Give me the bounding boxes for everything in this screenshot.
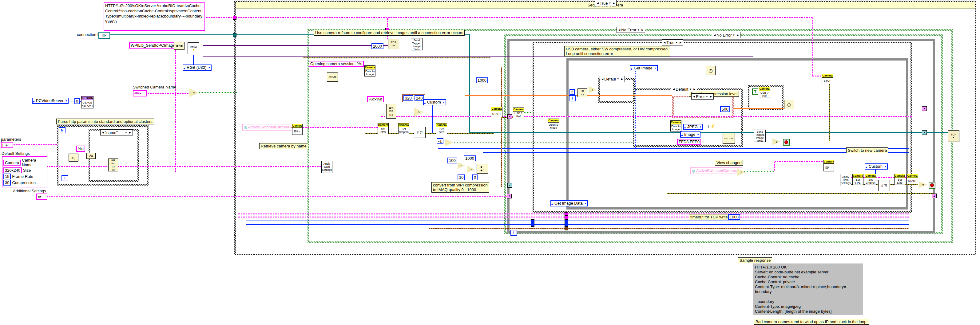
default-settings-cluster[interactable]: CameraCamera Name 320x240Size 15Frame Ra… bbox=[2, 156, 47, 187]
clear-errors-node-1[interactable]: # ?! bbox=[414, 127, 426, 138]
bundle-node[interactable]: abc abc I32 I32 bbox=[108, 159, 118, 171]
tcp-write-node[interactable]: TCP ⇥ bbox=[388, 39, 399, 49]
apply-cam-settings-node-2[interactable]: Apply Cam Settings bbox=[840, 174, 851, 186]
to-lower-node[interactable]: Aa bbox=[86, 153, 95, 159]
get-image-enum[interactable]: ◆Get Image▼ bbox=[630, 65, 658, 71]
tunnel-blue-a bbox=[565, 219, 568, 223]
camera-set-fps-node-2[interactable]: CameraSet FPS bbox=[853, 174, 864, 185]
scan-from-string-node[interactable]: ⊠% I32 I32 bbox=[386, 104, 396, 119]
shift-register-left-pink: ▼ bbox=[508, 114, 512, 119]
camera-set-cmprsn-node-2[interactable]: CameraSet Cmprsn bbox=[865, 174, 876, 185]
true-constant[interactable]: T bbox=[752, 89, 758, 95]
no-error-2-selector[interactable]: ◀No Error▼▶ bbox=[712, 32, 740, 38]
no-error-1-selector[interactable]: ◀No Error▼▶ bbox=[617, 27, 645, 33]
wait-clock-node-1[interactable]: ◷ bbox=[706, 66, 716, 75]
camera-error-to-image-node-1[interactable]: CameraError to Image bbox=[364, 65, 375, 76]
opening-session-constant[interactable]: Opening camera session: %s bbox=[309, 61, 364, 67]
camera-start-node-1[interactable]: CameraSTART bbox=[491, 107, 503, 117]
camera-set-size-node-2[interactable]: CameraSet Size bbox=[894, 174, 905, 185]
wire-session-row bbox=[381, 116, 912, 117]
jpeg-enum[interactable]: ◆JPEG▼ bbox=[683, 124, 703, 130]
default-selector[interactable]: ◀Default▼▶ bbox=[671, 86, 697, 92]
inner-true-selector[interactable]: ◀True▼▶ bbox=[662, 39, 683, 46]
error-selector[interactable]: ◀Error▼▶ bbox=[691, 94, 714, 100]
image-enum[interactable]: ◆Image▼ bbox=[680, 132, 700, 138]
camera-retrieve-node-2[interactable]: Camera▤#→ bbox=[824, 160, 834, 171]
apply-cam-settings-node-1[interactable]: Apply Cam Settings bbox=[321, 161, 332, 173]
wire-view-changed-v bbox=[774, 161, 775, 171]
minus1-constant[interactable]: -1 bbox=[437, 138, 444, 144]
for-loop-iteration-terminal: i bbox=[62, 175, 68, 181]
send-tagged-image-node-1[interactable]: Send Tagged Image Data bbox=[411, 38, 423, 51]
wire-size-cluster-v bbox=[501, 67, 502, 187]
wire-additional-settings bbox=[44, 196, 507, 197]
active-switched-camera-var-1[interactable]: ◍ ActiveSwitchedCamera ▸ bbox=[242, 124, 294, 130]
additional-settings-label: Additional Settings bbox=[13, 189, 46, 193]
equal-node-1[interactable]: = bbox=[189, 89, 199, 97]
send-tagged-image-node-2[interactable]: Send Tagged Image Data bbox=[754, 130, 766, 142]
format-into-string-node[interactable]: ⊞%⊠ bbox=[327, 73, 338, 82]
rgb-enum[interactable]: ◆RGB (U32)▼ bbox=[183, 65, 212, 71]
pc-video-server-enum[interactable]: ◆PCVideoServer▼ bbox=[32, 98, 68, 104]
clear-errors-node-2[interactable]: # ?! bbox=[878, 180, 890, 191]
fmt-dxd-constant[interactable]: %dx%d bbox=[367, 96, 384, 102]
wire-blue-718 bbox=[246, 220, 908, 221]
wait-clock-node-2[interactable]: ◷ bbox=[784, 100, 794, 109]
outer-case-selector[interactable]: ◀True▼▶ bbox=[595, 0, 617, 6]
wpilib-constant[interactable]: WPILib_SendtoPCImage bbox=[129, 43, 177, 49]
camera-start-node-2[interactable]: CameraSTART bbox=[907, 174, 918, 184]
wire-to-camera-stop bbox=[812, 76, 823, 76]
http-header-constant[interactable]: HTTP/1.0\s200\sOK\nServer:\sroboRIO-team… bbox=[103, 2, 205, 31]
camera-set-cmprsn-node-1[interactable]: CameraSet Cmprsn bbox=[398, 123, 409, 134]
camera-retrieve-node-1[interactable]: Camera▤#→ bbox=[292, 124, 302, 135]
wire-imaq-long bbox=[203, 56, 753, 57]
camera-set-fps-node-1[interactable]: CameraSet FPS bbox=[378, 123, 389, 134]
n100-constant[interactable]: 100 bbox=[447, 158, 457, 163]
camera-set-size-node-1[interactable]: CameraSet Size bbox=[436, 123, 447, 134]
search-replace-node[interactable]: abc→ab bbox=[722, 133, 735, 144]
camera-open-mode-node[interactable]: CameraOpen & Mode bbox=[548, 119, 559, 130]
connection-id-control[interactable]: ▤▸ bbox=[99, 32, 110, 39]
additional-settings-control[interactable]: ⚏▸ bbox=[36, 193, 47, 200]
n500-constant[interactable]: 500 bbox=[720, 106, 730, 112]
custom-enum-1[interactable]: ◆Custom▼ bbox=[423, 99, 446, 105]
custom-enum-2[interactable]: ◆Custom▼ bbox=[865, 163, 888, 170]
wire-blue-long bbox=[237, 121, 566, 121]
camera-usb-ref-node-1[interactable]: CameraUSB ? Ref bbox=[513, 108, 524, 118]
concatenate-strings-node[interactable]: ▣+▣ bbox=[174, 42, 185, 50]
fmt-d-constant[interactable]: %d bbox=[76, 146, 85, 152]
defaul-selector[interactable]: ◀Defaul▼▶ bbox=[600, 76, 625, 82]
tcp-write-timeout-constant[interactable]: 1000 bbox=[728, 214, 740, 220]
tcp-close-node[interactable]: TCP ✕ bbox=[948, 130, 959, 142]
n2-constant[interactable]: 2 bbox=[570, 89, 575, 95]
imaq-flatten-node[interactable]: ◫⚡ bbox=[705, 120, 717, 132]
get-image-data-enum[interactable]: ◆Get Image Data▼ bbox=[550, 200, 588, 206]
parameters-control[interactable]: [⚏]▸ bbox=[1, 142, 13, 148]
for-loop-count-terminal: N bbox=[59, 127, 65, 133]
n10-constant[interactable]: 10 bbox=[458, 174, 465, 180]
split-string-node[interactable]: ▸▯ bbox=[68, 154, 78, 162]
in-range-coerce-node[interactable]: ◆→ ◆ ? bbox=[477, 164, 488, 174]
wire-imaq-ref bbox=[203, 45, 388, 46]
imaq-create-node[interactable]: IMAQ ⚡ bbox=[188, 43, 199, 54]
netcom-usage-report-node[interactable]: NETCOMUSAGE REPORT bbox=[81, 96, 94, 108]
tcp-open-timeout-constant[interactable]: 2000 bbox=[371, 43, 383, 49]
camera-stop-node[interactable]: CameraSTOP bbox=[822, 74, 833, 84]
wire-error-bottom bbox=[667, 193, 934, 194]
n1000-constant-a[interactable]: 1000 bbox=[476, 78, 488, 83]
jpeg-magic-constant[interactable]: FFD8 FFE0 bbox=[677, 139, 701, 145]
switched-camera-name-control[interactable]: abc▸ bbox=[133, 90, 147, 97]
stop-terminal-2[interactable] bbox=[929, 182, 935, 189]
size-cluster-constant[interactable]: 320 240 bbox=[402, 94, 425, 102]
camera-error-to-image-node-2[interactable]: CameraError to Image bbox=[670, 120, 681, 132]
active-switched-camera-var-2[interactable]: ◍ ActiveSwitchedCamera ▸ bbox=[690, 167, 742, 174]
n1000-constant-b[interactable]: 1000 bbox=[464, 155, 476, 161]
camera-usb-ref-node-2[interactable]: CameraUSB ? Ref bbox=[759, 87, 770, 97]
wire-get-image-sel bbox=[635, 71, 636, 148]
wire-orange-main bbox=[465, 95, 672, 96]
n0b-constant[interactable]: 0 bbox=[473, 174, 477, 180]
stop-terminal-1[interactable] bbox=[783, 139, 790, 146]
quotient-remainder-node[interactable]: ÷R IQ bbox=[578, 89, 587, 97]
zero-constant[interactable]: 0 bbox=[75, 98, 80, 104]
name-case-selector[interactable]: ◀"name"▼▶ bbox=[100, 129, 133, 135]
